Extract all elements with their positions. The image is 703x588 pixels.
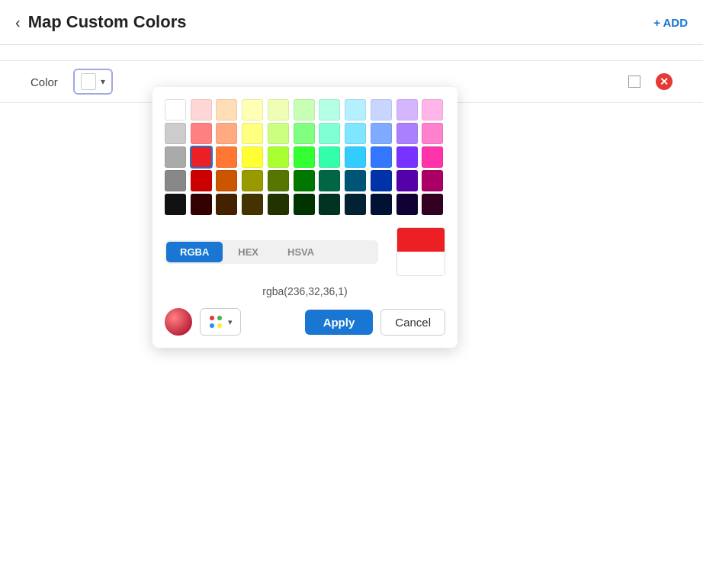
color-cell[interactable] bbox=[422, 194, 443, 215]
color-cell[interactable] bbox=[268, 170, 289, 191]
color-preview-new bbox=[397, 228, 445, 252]
rgba-value-row: rgba(236,32,36,1) bbox=[165, 285, 445, 297]
color-cell[interactable] bbox=[345, 170, 366, 191]
color-cell[interactable] bbox=[396, 99, 418, 120]
page-container: ‹ Map Custom Colors + ADD Color ▾ ✕ bbox=[0, 0, 703, 588]
color-label: Color bbox=[30, 76, 58, 88]
chevron-down-icon: ▾ bbox=[228, 317, 233, 327]
color-gradient-icon[interactable] bbox=[165, 308, 192, 336]
tab-hsva[interactable]: HSVA bbox=[274, 242, 328, 262]
color-cell[interactable] bbox=[268, 99, 289, 120]
color-cell[interactable] bbox=[422, 146, 443, 168]
color-dropdown-button[interactable]: ▾ bbox=[73, 69, 113, 95]
header: ‹ Map Custom Colors + ADD bbox=[0, 0, 703, 45]
color-cell[interactable] bbox=[294, 170, 315, 191]
color-cell[interactable] bbox=[345, 146, 366, 168]
color-cell[interactable] bbox=[242, 99, 263, 120]
color-cell[interactable] bbox=[268, 123, 289, 144]
color-cell[interactable] bbox=[294, 99, 315, 120]
svg-point-2 bbox=[210, 323, 214, 328]
color-swatch bbox=[81, 73, 96, 90]
color-cell[interactable] bbox=[165, 123, 186, 144]
color-cell[interactable] bbox=[422, 170, 443, 191]
add-button[interactable]: + ADD bbox=[653, 16, 688, 29]
color-cell[interactable] bbox=[165, 194, 186, 215]
content-area: Color ▾ ✕ bbox=[0, 45, 703, 118]
color-cell[interactable] bbox=[216, 99, 237, 120]
color-cell[interactable] bbox=[319, 170, 340, 191]
color-cell[interactable] bbox=[165, 99, 186, 120]
palette-icon bbox=[208, 314, 223, 329]
color-cell[interactable] bbox=[371, 99, 392, 120]
color-cell[interactable] bbox=[191, 170, 212, 191]
rgba-value-text: rgba(236,32,36,1) bbox=[262, 285, 347, 297]
color-cell[interactable] bbox=[371, 170, 392, 191]
color-cell[interactable] bbox=[396, 123, 418, 144]
color-cell-selected[interactable] bbox=[191, 146, 212, 168]
color-preview bbox=[396, 227, 445, 276]
color-cell[interactable] bbox=[319, 146, 340, 168]
color-cell[interactable] bbox=[319, 99, 340, 120]
color-cell[interactable] bbox=[371, 123, 392, 144]
color-cell[interactable] bbox=[422, 99, 443, 120]
color-cell[interactable] bbox=[294, 194, 315, 215]
mode-tabs: RGBA HEX HSVA bbox=[165, 240, 378, 264]
color-cell[interactable] bbox=[268, 194, 289, 215]
color-cell[interactable] bbox=[165, 146, 186, 168]
color-cell[interactable] bbox=[294, 123, 315, 144]
tab-rgba[interactable]: RGBA bbox=[166, 242, 223, 262]
palette-dropdown-button[interactable]: ▾ bbox=[200, 308, 241, 336]
action-row: ▾ Apply Cancel bbox=[165, 308, 445, 336]
color-cell[interactable] bbox=[371, 146, 392, 168]
color-cell[interactable] bbox=[242, 123, 263, 144]
mode-tabs-row: RGBA HEX HSVA bbox=[165, 227, 445, 276]
color-cell[interactable] bbox=[422, 123, 443, 144]
color-cell[interactable] bbox=[242, 170, 263, 191]
color-cell[interactable] bbox=[216, 194, 237, 215]
color-cell[interactable] bbox=[242, 194, 263, 215]
color-cell[interactable] bbox=[191, 194, 212, 215]
color-cell[interactable] bbox=[268, 146, 289, 168]
chevron-down-icon: ▾ bbox=[101, 76, 105, 87]
color-cell[interactable] bbox=[396, 146, 418, 168]
color-cell[interactable] bbox=[216, 123, 237, 144]
delete-button[interactable]: ✕ bbox=[656, 73, 673, 90]
cancel-button[interactable]: Cancel bbox=[380, 309, 445, 336]
svg-point-0 bbox=[210, 316, 214, 320]
color-cell[interactable] bbox=[242, 146, 263, 168]
color-cell[interactable] bbox=[371, 194, 392, 215]
apply-button[interactable]: Apply bbox=[305, 310, 374, 335]
color-cell[interactable] bbox=[319, 194, 340, 215]
color-cell[interactable] bbox=[216, 146, 237, 168]
row-checkbox[interactable] bbox=[628, 76, 640, 88]
color-picker-popup: RGBA HEX HSVA rgba(236,32,36,1) bbox=[152, 87, 457, 348]
tab-hex[interactable]: HEX bbox=[224, 242, 272, 262]
color-cell[interactable] bbox=[216, 170, 237, 191]
svg-point-3 bbox=[217, 323, 222, 328]
page-title: Map Custom Colors bbox=[28, 12, 187, 32]
svg-point-1 bbox=[217, 316, 222, 320]
color-cell[interactable] bbox=[191, 99, 212, 120]
color-cell[interactable] bbox=[319, 123, 340, 144]
color-cell[interactable] bbox=[165, 170, 186, 191]
color-preview-old bbox=[397, 252, 445, 275]
back-button[interactable]: ‹ bbox=[15, 14, 21, 31]
color-cell[interactable] bbox=[191, 123, 212, 144]
color-cell[interactable] bbox=[345, 194, 366, 215]
color-cell[interactable] bbox=[396, 170, 418, 191]
color-grid bbox=[165, 99, 445, 215]
color-cell[interactable] bbox=[345, 123, 366, 144]
color-cell[interactable] bbox=[396, 194, 418, 215]
color-cell[interactable] bbox=[345, 99, 366, 120]
header-left: ‹ Map Custom Colors bbox=[15, 12, 186, 32]
color-cell[interactable] bbox=[294, 146, 315, 168]
